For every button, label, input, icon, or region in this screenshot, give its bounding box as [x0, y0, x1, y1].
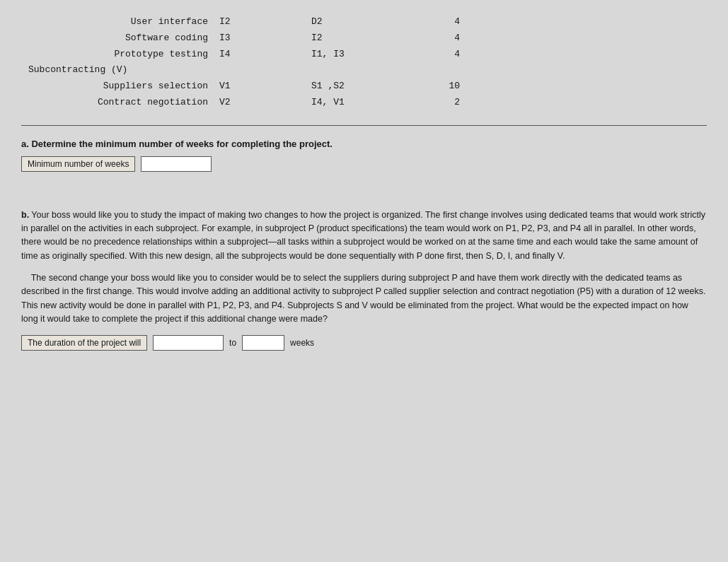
- data-table: User interface I2 D2 4 Software coding I…: [21, 14, 707, 111]
- to-text: to: [229, 338, 236, 348]
- question-a-section: a. Determine the minimum number of weeks…: [21, 139, 707, 172]
- duration-input-2[interactable]: [242, 335, 284, 351]
- question-a-text: a. Determine the minimum number of weeks…: [21, 139, 707, 149]
- row-dep: S1 ,S2: [311, 78, 417, 95]
- table-row: Prototype testing I4 I1, I3 4: [21, 47, 707, 63]
- row-dep: I2: [311, 30, 417, 47]
- row-dur: 2: [432, 95, 460, 111]
- question-b-para1: b. Your boss would like you to study the…: [21, 209, 707, 264]
- spacer: [21, 187, 707, 209]
- minimum-weeks-input[interactable]: [141, 156, 212, 172]
- question-b-para2: The second change your boss would like y…: [21, 271, 707, 327]
- row-id: I3: [219, 30, 255, 47]
- weeks-text: weeks: [290, 338, 314, 348]
- row-id: V1: [219, 78, 255, 95]
- row-label: Prototype testing: [21, 47, 219, 63]
- row-dep: I4, V1: [311, 95, 417, 111]
- table-row: Contract negotiation V2 I4, V1 2: [21, 95, 707, 111]
- row-label: Software coding: [21, 30, 219, 47]
- row-label: Subcontracting (V): [21, 62, 219, 78]
- question-a-answer-row: Minimum number of weeks: [21, 156, 707, 172]
- row-dep: I1, I3: [311, 47, 417, 63]
- row-label: Contract negotiation: [21, 95, 219, 111]
- question-b-bold: b.: [21, 210, 29, 220]
- section-divider: [21, 125, 707, 126]
- table-row: Subcontracting (V): [21, 62, 707, 78]
- duration-prefix-label: The duration of the project will: [21, 335, 147, 351]
- row-dur: 10: [432, 78, 460, 95]
- duration-input-1[interactable]: [153, 335, 224, 351]
- table-row: Suppliers selection V1 S1 ,S2 10: [21, 78, 707, 95]
- table-row: Software coding I3 I2 4: [21, 30, 707, 47]
- row-id: I4: [219, 47, 255, 63]
- row-id: I2: [219, 14, 255, 30]
- row-dur: 4: [432, 14, 460, 30]
- table-row: User interface I2 D2 4: [21, 14, 707, 30]
- row-dur: 4: [432, 47, 460, 63]
- question-b-answer-row: The duration of the project will to week…: [21, 335, 707, 351]
- row-label: Suppliers selection: [21, 78, 219, 95]
- row-id: V2: [219, 95, 255, 111]
- question-b-section: b. Your boss would like you to study the…: [21, 209, 707, 351]
- row-dep: D2: [311, 14, 417, 30]
- minimum-weeks-label: Minimum number of weeks: [21, 156, 135, 172]
- row-dur: 4: [432, 30, 460, 47]
- row-label: User interface: [21, 14, 219, 30]
